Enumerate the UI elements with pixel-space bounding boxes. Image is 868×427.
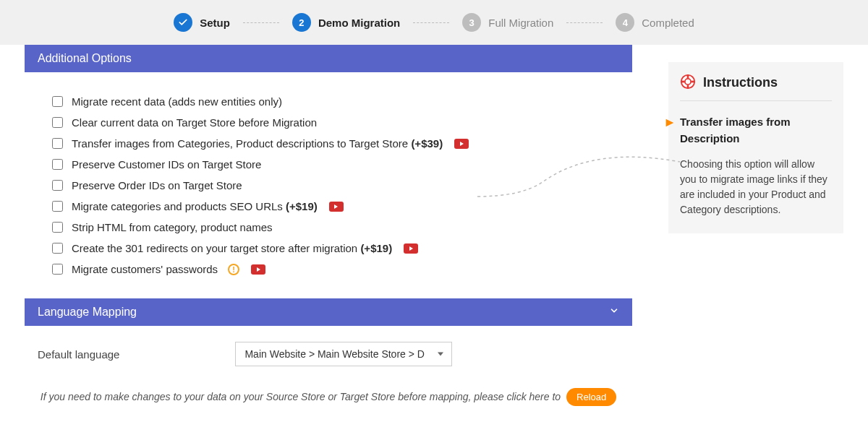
option-row: Migrate categories and products SEO URLs… xyxy=(52,196,624,217)
step-separator xyxy=(413,22,449,23)
option-label: Migrate customers' passwords xyxy=(72,263,218,275)
option-label: Transfer images from Categories, Product… xyxy=(72,137,443,150)
option-row: Strip HTML from category, product names xyxy=(52,217,624,238)
video-icon[interactable] xyxy=(251,264,265,275)
instructions-panel: Instructions Transfer images from Descri… xyxy=(668,62,843,233)
option-checkbox[interactable] xyxy=(52,159,63,170)
option-row: Create the 301 redirects on your target … xyxy=(52,238,624,259)
video-icon[interactable] xyxy=(329,202,344,212)
option-row: Clear current data on Target Store befor… xyxy=(52,112,624,133)
option-price: (+$19) xyxy=(286,200,318,212)
option-checkbox[interactable] xyxy=(52,222,63,233)
step-full-migration[interactable]: 3 Full Migration xyxy=(462,13,553,32)
option-label: Preserve Order IDs on Target Store xyxy=(72,179,242,191)
instructions-title: Instructions xyxy=(703,75,778,90)
instructions-subhead: Transfer images from Description xyxy=(680,114,832,147)
panel-header-additional-options: Additional Options xyxy=(25,45,632,72)
option-row: Preserve Order IDs on Target Store xyxy=(52,175,624,196)
step-number: 4 xyxy=(616,13,634,32)
hint-text: If you need to make changes to your data… xyxy=(41,391,563,402)
panel-title: Additional Options xyxy=(38,52,132,65)
option-row: Migrate recent data (adds new entities o… xyxy=(52,91,624,112)
option-row: Preserve Customer IDs on Target Store xyxy=(52,154,624,175)
option-label: Migrate categories and products SEO URLs… xyxy=(72,200,318,212)
check-icon xyxy=(174,13,192,32)
arrow-right-icon xyxy=(664,117,676,131)
option-label: Preserve Customer IDs on Target Store xyxy=(72,158,261,171)
chevron-down-icon xyxy=(609,306,619,319)
step-label: Full Migration xyxy=(488,17,553,29)
step-separator xyxy=(243,22,279,23)
svg-rect-2 xyxy=(687,74,689,78)
option-label: Strip HTML from category, product names xyxy=(72,221,273,233)
stepper: Setup 2 Demo Migration 3 Full Migration … xyxy=(0,0,868,45)
panel-title: Language Mapping xyxy=(38,306,137,319)
lifebuoy-icon xyxy=(680,74,696,92)
step-label: Demo Migration xyxy=(318,17,400,29)
svg-rect-4 xyxy=(681,81,684,83)
step-demo-migration[interactable]: 2 Demo Migration xyxy=(292,13,400,32)
svg-point-1 xyxy=(685,79,691,85)
option-label: Clear current data on Target Store befor… xyxy=(72,116,317,129)
step-number: 2 xyxy=(292,13,311,32)
option-checkbox[interactable] xyxy=(52,264,63,275)
step-setup[interactable]: Setup xyxy=(174,13,230,32)
option-checkbox[interactable] xyxy=(52,138,63,149)
option-checkbox[interactable] xyxy=(52,201,63,212)
warning-icon[interactable]: ! xyxy=(228,264,239,275)
reload-button[interactable]: Reload xyxy=(566,388,616,406)
svg-rect-3 xyxy=(687,85,689,89)
step-separator xyxy=(566,22,603,23)
option-row: Transfer images from Categories, Product… xyxy=(52,133,624,154)
instructions-desc: Choosing this option will allow you to m… xyxy=(680,157,832,217)
option-price: (+$39) xyxy=(411,137,443,150)
option-checkbox[interactable] xyxy=(52,96,63,107)
step-completed[interactable]: 4 Completed xyxy=(616,13,694,32)
option-price: (+$19) xyxy=(360,242,392,254)
options-list: Migrate recent data (adds new entities o… xyxy=(25,72,632,298)
option-checkbox[interactable] xyxy=(52,117,63,128)
video-icon[interactable] xyxy=(404,243,418,254)
option-checkbox[interactable] xyxy=(52,180,63,191)
video-icon[interactable] xyxy=(454,139,469,149)
default-language-select[interactable]: Main Website > Main Website Store > D xyxy=(235,342,452,366)
option-label: Create the 301 redirects on your target … xyxy=(72,242,392,254)
mapping-hint: If you need to make changes to your data… xyxy=(38,366,619,420)
step-label: Completed xyxy=(642,17,694,29)
default-language-select-wrap: Main Website > Main Website Store > D xyxy=(235,342,452,366)
option-checkbox[interactable] xyxy=(52,243,63,254)
svg-rect-5 xyxy=(692,81,695,83)
step-label: Setup xyxy=(200,17,230,29)
step-number: 3 xyxy=(462,13,481,32)
option-row: Migrate customers' passwords ! xyxy=(52,259,624,280)
panel-header-language-mapping[interactable]: Language Mapping xyxy=(25,298,632,326)
default-language-label: Default language xyxy=(38,348,119,361)
option-label: Migrate recent data (adds new entities o… xyxy=(72,95,282,108)
